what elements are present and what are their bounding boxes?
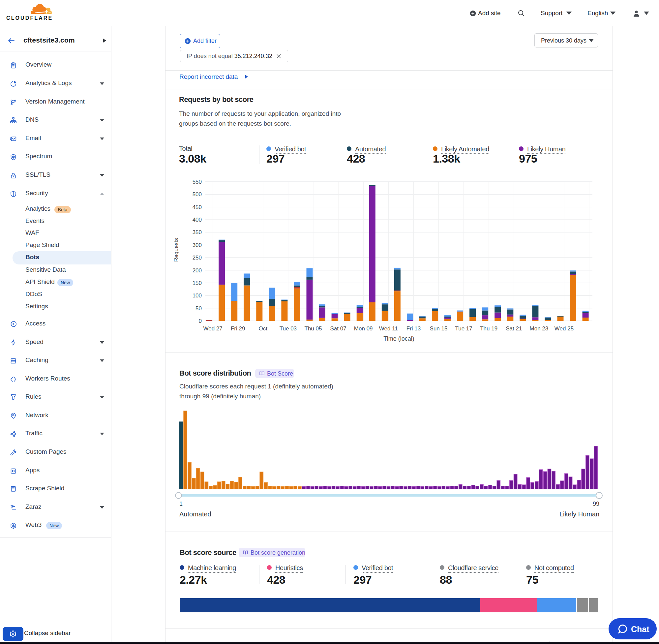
svg-text:150: 150: [192, 280, 202, 286]
svg-text:550: 550: [192, 179, 202, 185]
svg-text:350: 350: [192, 229, 202, 235]
svg-text:Tue 17: Tue 17: [455, 325, 472, 332]
svg-text:Time (local): Time (local): [383, 335, 414, 342]
svg-text:Oct: Oct: [259, 325, 268, 332]
svg-text:100: 100: [192, 293, 202, 299]
svg-text:250: 250: [192, 255, 202, 261]
svg-text:Requests: Requests: [173, 238, 179, 262]
svg-text:Mon 09: Mon 09: [354, 325, 373, 332]
svg-text:Sat 07: Sat 07: [330, 325, 347, 332]
svg-text:Fri 29: Fri 29: [231, 325, 245, 332]
svg-text:Thu 19: Thu 19: [480, 325, 497, 332]
svg-text:200: 200: [192, 268, 202, 274]
svg-text:0: 0: [199, 318, 202, 324]
svg-text:Thu 05: Thu 05: [305, 325, 322, 332]
svg-text:450: 450: [192, 204, 202, 210]
svg-text:Mon 23: Mon 23: [530, 325, 548, 332]
svg-text:Sat 21: Sat 21: [506, 325, 522, 332]
svg-text:Fri 13: Fri 13: [406, 325, 421, 332]
svg-text:Wed 25: Wed 25: [555, 325, 573, 332]
svg-text:400: 400: [192, 217, 202, 223]
svg-text:Tue 03: Tue 03: [280, 325, 297, 332]
svg-text:Wed 11: Wed 11: [379, 325, 398, 332]
svg-text:50: 50: [195, 305, 202, 312]
svg-text:Sun 15: Sun 15: [430, 325, 448, 332]
svg-text:Wed 27: Wed 27: [203, 325, 222, 332]
svg-text:300: 300: [192, 242, 202, 248]
svg-text:500: 500: [192, 191, 202, 198]
